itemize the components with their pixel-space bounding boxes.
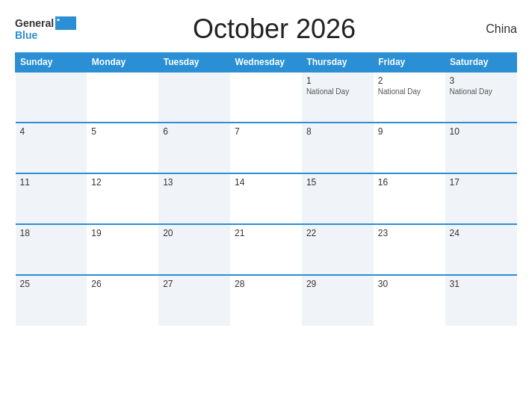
- col-header-friday: Friday: [374, 53, 445, 72]
- calendar-cell: 10: [445, 123, 517, 173]
- calendar-cell: 30: [374, 275, 445, 326]
- col-header-wednesday: Wednesday: [230, 53, 302, 72]
- col-header-tuesday: Tuesday: [158, 53, 230, 72]
- calendar-title: October 2026: [76, 13, 472, 45]
- calendar-cell: 26: [87, 275, 158, 326]
- day-number: 28: [235, 279, 297, 289]
- calendar-cell: 28: [230, 275, 302, 326]
- col-header-saturday: Saturday: [445, 53, 517, 72]
- day-number: 20: [163, 228, 226, 238]
- day-number: 6: [163, 126, 226, 137]
- calendar-table: Sunday Monday Tuesday Wednesday Thursday…: [15, 52, 517, 326]
- calendar-cell: 17: [445, 173, 517, 224]
- calendar-header: General Blue October 2026 China: [15, 13, 517, 45]
- logo-flag-icon: [55, 16, 76, 30]
- day-number: 23: [378, 228, 441, 238]
- calendar-cell: 21: [230, 224, 302, 275]
- calendar-cell: 23: [374, 224, 445, 275]
- day-number: 29: [306, 279, 369, 289]
- calendar-country: China: [472, 22, 517, 36]
- day-number: 13: [163, 177, 226, 188]
- logo-blue-text: Blue: [15, 30, 37, 41]
- calendar-cell: 8: [302, 123, 374, 173]
- calendar-cell: 2National Day: [374, 72, 445, 123]
- calendar-cell: 1National Day: [302, 72, 374, 123]
- day-number: 11: [20, 177, 83, 188]
- calendar-cell: 16: [374, 173, 445, 224]
- calendar-cell: 6: [158, 123, 230, 173]
- day-event: National Day: [450, 87, 513, 96]
- calendar-cell: 5: [87, 123, 158, 173]
- calendar-cell: [158, 72, 230, 123]
- calendar-header-row: Sunday Monday Tuesday Wednesday Thursday…: [16, 53, 517, 72]
- calendar-row: 45678910: [16, 123, 517, 173]
- day-event: National Day: [378, 87, 441, 96]
- calendar-cell: 15: [302, 173, 374, 224]
- day-number: 2: [378, 75, 441, 86]
- calendar-cell: [16, 72, 87, 123]
- day-number: 7: [235, 126, 297, 137]
- calendar-cell: [230, 72, 302, 123]
- calendar-page: General Blue October 2026 China Sunday M…: [0, 0, 532, 411]
- calendar-row: 18192021222324: [16, 224, 517, 275]
- calendar-cell: 3National Day: [445, 72, 517, 123]
- calendar-cell: 27: [158, 275, 230, 326]
- day-number: 22: [306, 228, 369, 238]
- calendar-row: 1National Day2National Day3National Day: [16, 72, 517, 123]
- day-number: 10: [450, 126, 513, 137]
- calendar-body: 1National Day2National Day3National Day4…: [16, 72, 517, 326]
- calendar-cell: 7: [230, 123, 302, 173]
- day-number: 25: [20, 279, 83, 289]
- day-number: 8: [306, 126, 369, 137]
- day-number: 17: [450, 177, 513, 188]
- day-number: 14: [235, 177, 297, 188]
- col-header-sunday: Sunday: [16, 53, 87, 72]
- day-number: 31: [450, 279, 513, 289]
- logo: General Blue: [15, 16, 76, 41]
- calendar-cell: 29: [302, 275, 374, 326]
- calendar-cell: 13: [158, 173, 230, 224]
- calendar-cell: 31: [445, 275, 517, 326]
- day-number: 16: [378, 177, 441, 188]
- day-number: 1: [306, 75, 369, 86]
- calendar-row: 11121314151617: [16, 173, 517, 224]
- day-number: 19: [91, 228, 154, 238]
- calendar-cell: 12: [87, 173, 158, 224]
- col-header-thursday: Thursday: [302, 53, 374, 72]
- day-number: 30: [378, 279, 441, 289]
- calendar-row: 25262728293031: [16, 275, 517, 326]
- day-number: 12: [91, 177, 154, 188]
- calendar-cell: 9: [374, 123, 445, 173]
- day-number: 3: [450, 75, 513, 86]
- calendar-cell: 11: [16, 173, 87, 224]
- col-header-monday: Monday: [87, 53, 158, 72]
- calendar-cell: 19: [87, 224, 158, 275]
- calendar-cell: 24: [445, 224, 517, 275]
- calendar-cell: 25: [16, 275, 87, 326]
- day-event: National Day: [306, 87, 369, 96]
- calendar-cell: 22: [302, 224, 374, 275]
- calendar-cell: 18: [16, 224, 87, 275]
- calendar-cell: 4: [16, 123, 87, 173]
- day-number: 4: [20, 126, 83, 137]
- day-number: 21: [235, 228, 297, 238]
- day-number: 5: [91, 126, 154, 137]
- calendar-cell: 20: [158, 224, 230, 275]
- day-number: 26: [91, 279, 154, 289]
- logo-general-text: General: [15, 18, 54, 29]
- day-number: 18: [20, 228, 83, 238]
- day-number: 15: [306, 177, 369, 188]
- day-number: 27: [163, 279, 226, 289]
- calendar-cell: 14: [230, 173, 302, 224]
- day-number: 24: [450, 228, 513, 238]
- calendar-cell: [87, 72, 158, 123]
- calendar-thead: Sunday Monday Tuesday Wednesday Thursday…: [16, 53, 517, 72]
- day-number: 9: [378, 126, 441, 137]
